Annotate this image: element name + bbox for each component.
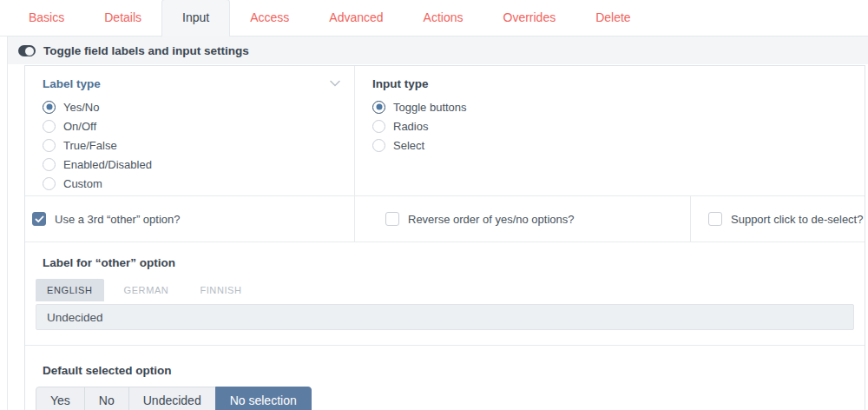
tab-bar: Basics Details Input Access Advanced Act… (0, 0, 868, 36)
section-toggle-label: Toggle field labels and input settings (43, 44, 249, 57)
radio-label: Yes/No (63, 101, 99, 114)
radio-icon[interactable] (43, 158, 56, 171)
checkbox-icon[interactable] (708, 212, 722, 226)
tab-input[interactable]: Input (161, 0, 230, 36)
chevron-down-icon[interactable] (330, 80, 340, 87)
radio-icon[interactable] (43, 177, 56, 190)
checkbox-click-to-deselect[interactable]: Support click to de-select? (691, 196, 865, 241)
radio-icon[interactable] (43, 139, 56, 152)
input-settings-card: Label type Yes/No On/Off True/False Enab… (24, 65, 865, 410)
label-type-title: Label type (43, 77, 337, 90)
other-label-title: Label for “other” option (43, 256, 854, 269)
radio-label: Enabled/Disabled (63, 158, 152, 171)
language-tabs: ENGLISH GERMAN FINNISH (36, 279, 854, 301)
tab-actions[interactable]: Actions (404, 0, 483, 36)
radio-icon[interactable] (372, 139, 385, 152)
panel-left-border (7, 36, 8, 410)
default-option-undecided-button[interactable]: Undecided (128, 387, 216, 410)
checkbox-icon[interactable] (385, 212, 399, 226)
default-option-button-group: Yes No Undecided No selection (36, 387, 312, 410)
radio-icon[interactable] (43, 120, 56, 133)
radio-label: On/Off (63, 120, 96, 133)
checkbox-reverse-order[interactable]: Reverse order of yes/no options? (355, 196, 691, 241)
tab-delete[interactable]: Delete (575, 0, 650, 36)
default-option-title: Default selected option (43, 364, 854, 377)
default-option-yes-button[interactable]: Yes (36, 387, 85, 410)
other-label-section: Label for “other” option ENGLISH GERMAN … (25, 242, 865, 346)
radio-icon[interactable] (43, 101, 56, 114)
radio-option-select[interactable]: Select (372, 136, 847, 155)
lang-tab-german[interactable]: GERMAN (113, 279, 181, 301)
radio-label: Select (393, 139, 424, 152)
options-checkbox-row: Use a 3rd “other” option? Reverse order … (25, 196, 865, 242)
radio-option-true-false[interactable]: True/False (43, 136, 337, 155)
checkbox-label: Use a 3rd “other” option? (55, 213, 181, 226)
other-label-input[interactable] (36, 304, 854, 330)
default-option-no-button[interactable]: No (84, 387, 129, 410)
checkbox-use-3rd-other-option[interactable]: Use a 3rd “other” option? (25, 196, 355, 241)
tab-access[interactable]: Access (230, 0, 309, 36)
radio-label: True/False (63, 139, 117, 152)
radio-icon[interactable] (372, 101, 385, 114)
tab-details[interactable]: Details (84, 0, 161, 36)
default-option-section: Default selected option Yes No Undecided… (25, 346, 865, 410)
type-columns: Label type Yes/No On/Off True/False Enab… (25, 66, 865, 196)
tab-overrides[interactable]: Overrides (483, 0, 576, 36)
label-type-column: Label type Yes/No On/Off True/False Enab… (25, 66, 355, 195)
radio-option-enabled-disabled[interactable]: Enabled/Disabled (43, 155, 337, 174)
radio-option-custom[interactable]: Custom (43, 174, 337, 193)
lang-tab-finnish[interactable]: FINNISH (188, 279, 253, 301)
radio-label: Radios (393, 120, 428, 133)
checkbox-icon[interactable] (32, 212, 46, 226)
section-toggle-header[interactable]: Toggle field labels and input settings (7, 36, 868, 64)
tab-basics[interactable]: Basics (9, 0, 84, 36)
toggle-icon[interactable] (18, 45, 36, 56)
radio-label: Custom (63, 177, 102, 190)
lang-tab-english[interactable]: ENGLISH (36, 279, 104, 301)
radio-label: Toggle buttons (393, 101, 467, 114)
radio-option-toggle-buttons[interactable]: Toggle buttons (372, 97, 847, 116)
input-type-title: Input type (372, 77, 847, 90)
checkbox-label: Reverse order of yes/no options? (408, 213, 575, 226)
checkbox-label: Support click to de-select? (731, 213, 863, 226)
tab-advanced[interactable]: Advanced (309, 0, 403, 36)
radio-option-yes-no[interactable]: Yes/No (43, 97, 337, 116)
radio-icon[interactable] (372, 120, 385, 133)
default-option-no-selection-button[interactable]: No selection (215, 387, 312, 410)
radio-option-radios[interactable]: Radios (372, 116, 847, 136)
radio-option-on-off[interactable]: On/Off (43, 116, 337, 136)
input-type-column: Input type Toggle buttons Radios Select (355, 66, 865, 195)
